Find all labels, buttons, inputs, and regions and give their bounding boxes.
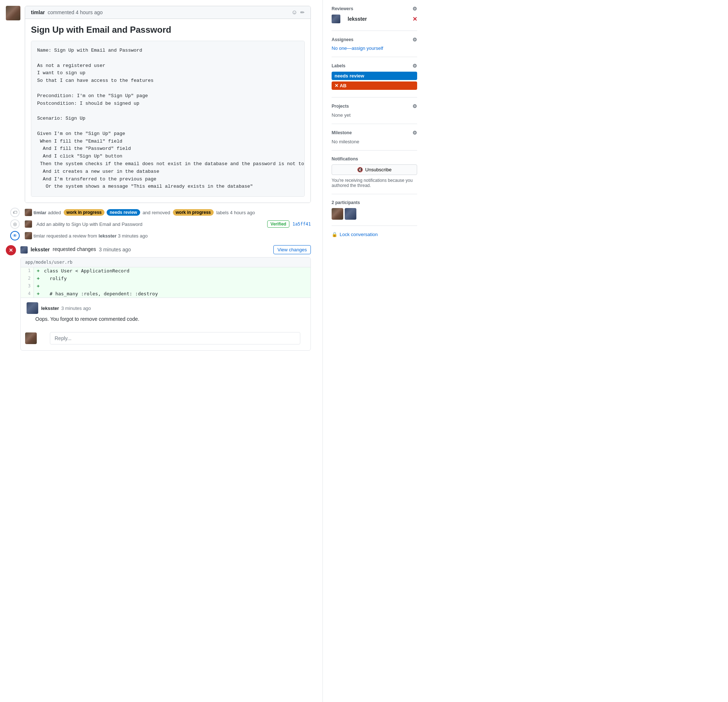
inline-author-name: leksster xyxy=(41,306,59,311)
participants-section: 2 participants xyxy=(332,194,417,226)
diff-line-content-4: + # has_many :roles, dependent: :destroy xyxy=(34,290,311,298)
timeline-label-added: added xyxy=(48,210,61,215)
commit-author-avatar xyxy=(25,221,32,228)
timeline-label-author: timlar xyxy=(33,210,46,215)
code-scroll-container: Name: Sign Up with Email and Password As… xyxy=(31,41,305,197)
review-request-icon: 👁 xyxy=(10,231,20,241)
inline-comment-time: 3 minutes ago xyxy=(61,306,91,311)
diff-header: app/models/user.rb xyxy=(21,258,311,267)
sidebar: Reviewers ⚙ leksster ✕ Assignees ⚙ No on… xyxy=(322,0,417,702)
view-changes-button[interactable]: View changes xyxy=(273,245,311,254)
code-block: Name: Sign Up with Email and Password As… xyxy=(31,41,305,197)
timeline-label-suffix: labels 4 hours ago xyxy=(216,210,255,215)
diff-line-content-3: + xyxy=(34,283,311,290)
unsubscribe-label: Unsubscribe xyxy=(365,167,391,172)
labels-section: Labels ⚙ needs review ✕ AB xyxy=(332,57,417,98)
assignees-header: Assignees ⚙ xyxy=(332,37,417,43)
author-avatar xyxy=(6,6,20,20)
milestone-section: Milestone ⚙ No milestone xyxy=(332,124,417,151)
reviewer-name: leksster xyxy=(348,16,367,22)
changes-time: 3 minutes ago xyxy=(99,246,131,252)
review-request-reviewer: leksster xyxy=(99,233,117,239)
assignees-label: Assignees xyxy=(332,37,354,42)
changes-request-header: leksster requested changes 3 minutes ago… xyxy=(20,245,311,254)
labels-gear-icon[interactable]: ⚙ xyxy=(412,63,417,69)
milestone-label: Milestone xyxy=(332,130,352,135)
diff-line-content-2: + rolify xyxy=(34,275,311,283)
commit-icon: ◎ xyxy=(10,219,20,229)
comment-author: timlar xyxy=(31,9,45,15)
timeline-label-removed-text: and removed xyxy=(143,210,170,215)
notification-info: You're receiving notifications because y… xyxy=(332,178,417,188)
diff-line-1: 1 + class User < ApplicationRecord xyxy=(21,267,311,275)
reviewer-item: leksster ✕ xyxy=(332,14,417,23)
assignees-gear-icon[interactable]: ⚙ xyxy=(412,37,417,43)
comment-title: Sign Up with Email and Password xyxy=(31,25,305,35)
label-icon: 🏷 xyxy=(10,208,20,217)
notifications-label: Notifications xyxy=(332,156,358,161)
diff-line-num-3: 3 xyxy=(21,283,34,290)
projects-section: Projects ⚙ None yet xyxy=(332,98,417,124)
notifications-header: Notifications xyxy=(332,156,417,161)
comment-time: commented 4 hours ago xyxy=(48,9,103,15)
inline-comment-author-row: leksster 3 minutes ago xyxy=(27,302,305,314)
changes-author: leksster xyxy=(30,246,50,252)
reviewers-label: Reviewers xyxy=(332,6,353,11)
commit-verified: Verified xyxy=(267,221,289,228)
reply-input[interactable]: Reply... xyxy=(50,332,300,345)
diff-line-2: 2 + rolify xyxy=(21,275,311,283)
comment-body: Sign Up with Email and Password Name: Si… xyxy=(25,19,311,203)
unsubscribe-button[interactable]: 🔇 Unsubscribe xyxy=(332,164,417,175)
lock-icon: 🔒 xyxy=(332,232,337,237)
label-needs-review: needs review xyxy=(332,72,417,80)
timeline-commit: ◎ Add an ability to Sign Up with Email a… xyxy=(6,221,311,228)
changes-request-info: leksster requested changes 3 minutes ago xyxy=(20,246,131,254)
inline-comment-body: Oops. You forgot to remove commented cod… xyxy=(35,316,305,322)
assign-yourself-link[interactable]: No one—assign yourself xyxy=(332,45,417,51)
reviewer-avatar xyxy=(332,14,340,23)
projects-gear-icon[interactable]: ⚙ xyxy=(412,103,417,109)
changes-requested-icon: ✕ xyxy=(6,245,16,255)
reviewers-gear-icon[interactable]: ⚙ xyxy=(412,6,417,12)
add-reaction-icon[interactable]: ☺ xyxy=(292,9,298,16)
inline-comment-section: leksster 3 minutes ago Oops. You forgot … xyxy=(21,297,311,350)
diff-lines: 1 + class User < ApplicationRecord 2 + r… xyxy=(21,267,311,297)
comment-header: timlar commented 4 hours ago ☺ ✏ xyxy=(25,6,311,19)
participant-avatar-2 xyxy=(345,208,356,220)
timeline-label-event: 🏷 timlar added work in progress needs re… xyxy=(6,209,311,216)
projects-label: Projects xyxy=(332,104,349,109)
remove-reviewer-button[interactable]: ✕ xyxy=(412,16,417,23)
labels-label: Labels xyxy=(332,63,345,68)
timeline-review-request: 👁 timlar requested a review from leksste… xyxy=(6,232,311,239)
participants-avatars xyxy=(332,208,417,220)
notifications-section: Notifications 🔇 Unsubscribe You're recei… xyxy=(332,151,417,194)
diff-line-content-1: + class User < ApplicationRecord xyxy=(34,267,311,275)
review-request-author-avatar xyxy=(25,232,32,239)
diff-block: app/models/user.rb 1 + class User < Appl… xyxy=(20,257,311,351)
label-ab: ✕ AB xyxy=(332,81,417,90)
inline-comment: leksster 3 minutes ago Oops. You forgot … xyxy=(21,298,311,326)
commit-hash[interactable]: 1a5ff41 xyxy=(292,222,311,226)
diff-line-4: 4 + # has_many :roles, dependent: :destr… xyxy=(21,290,311,298)
milestone-header: Milestone ⚙ xyxy=(332,130,417,135)
projects-header: Projects ⚙ xyxy=(332,103,417,109)
comment-header-actions: ☺ ✏ xyxy=(292,9,305,16)
assignees-section: Assignees ⚙ No one—assign yourself xyxy=(332,31,417,57)
changes-request-wrapper: ✕ leksster requested changes 3 minutes a… xyxy=(6,245,311,355)
changes-text: requested changes xyxy=(53,246,96,252)
speaker-icon: 🔇 xyxy=(357,167,363,172)
changes-author-avatar xyxy=(20,246,27,254)
diff-line-num-2: 2 xyxy=(21,275,34,283)
lock-conversation[interactable]: 🔒 Lock conversation xyxy=(332,226,417,243)
labels-header: Labels ⚙ xyxy=(332,63,417,69)
review-request-time: 3 minutes ago xyxy=(118,233,148,239)
edit-icon[interactable]: ✏ xyxy=(300,9,305,15)
reply-row: Reply... xyxy=(21,326,311,350)
reviewers-header: Reviewers ⚙ xyxy=(332,6,417,12)
milestone-gear-icon[interactable]: ⚙ xyxy=(412,130,417,135)
diff-line-num-1: 1 xyxy=(21,267,34,275)
comment-box: timlar commented 4 hours ago ☺ ✏ Sign Up… xyxy=(25,6,311,203)
review-request-text: timlar requested a review from xyxy=(33,233,97,239)
reply-avatar xyxy=(25,333,37,344)
projects-value: None yet xyxy=(332,112,351,118)
